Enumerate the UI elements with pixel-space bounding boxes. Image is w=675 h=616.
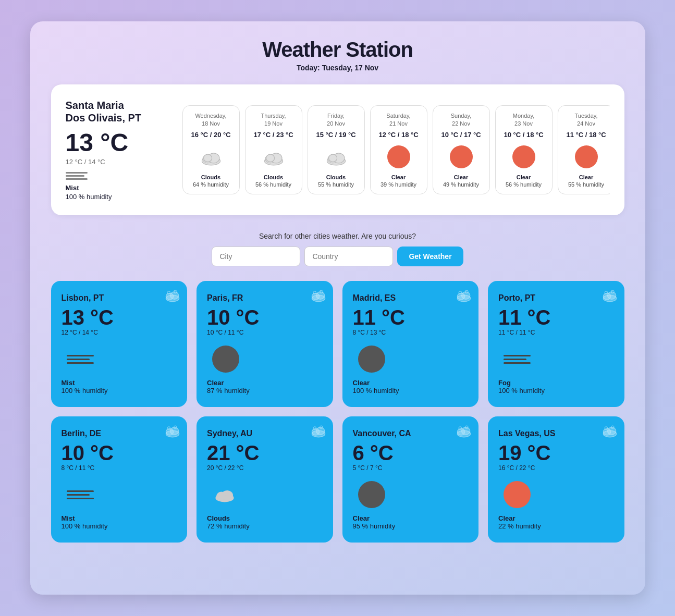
forecast-date: Sunday,22 Nov (438, 112, 484, 128)
cloud-decoration-icon (455, 288, 471, 305)
forecast-icon (251, 144, 297, 170)
city-minmax: 12 °C / 14 °C (62, 329, 177, 336)
city-minmax: 8 °C / 11 °C (62, 464, 177, 472)
mist-icon (66, 172, 170, 180)
forecast-card: Tuesday,24 Nov 11 °C / 18 °C Clear 55 % … (558, 105, 610, 195)
forecast-date: Thursday,19 Nov (251, 112, 297, 128)
main-weather-card: Santa MariaDos Olivais, PT 13 °C 12 °C /… (51, 84, 624, 215)
city-weather-icon (353, 343, 469, 375)
app-title: Weather Station (51, 38, 624, 61)
city-humidity: 100 % humidity (498, 387, 614, 395)
forecast-card: Saturday,21 Nov 12 °C / 18 °C Clear 39 %… (370, 105, 427, 195)
city-minmax: 11 °C / 11 °C (498, 329, 614, 336)
forecast-card: Monday,23 Nov 10 °C / 18 °C Clear 56 % h… (495, 105, 553, 195)
city-temp: 11 °C (353, 307, 469, 328)
mist-icon (67, 490, 94, 499)
city-humidity: 100 % humidity (62, 387, 177, 395)
forecast-desc: Clouds (251, 174, 297, 180)
city-humidity: 22 % humidity (498, 522, 614, 530)
forecast-desc: Clouds (188, 174, 234, 180)
city-card: Lisbon, PT 13 °C 12 °C / 14 °C Mist 100 … (51, 281, 188, 407)
cities-grid: Lisbon, PT 13 °C 12 °C / 14 °C Mist 100 … (51, 281, 624, 543)
forecast-temp: 12 °C / 18 °C (376, 131, 422, 139)
forecast-desc: Clear (563, 174, 609, 180)
mist-icon (67, 355, 94, 364)
city-desc: Clear (353, 514, 469, 522)
city-humidity: 100 % humidity (353, 387, 469, 395)
forecast-desc: Clear (376, 174, 422, 180)
city-temp: 21 °C (207, 442, 323, 463)
city-minmax: 5 °C / 7 °C (353, 464, 469, 472)
city-humidity: 87 % humidity (207, 387, 323, 395)
city-minmax: 20 °C / 22 °C (207, 464, 323, 472)
forecast-card: Wednesday,18 Nov 16 °C / 20 °C Clouds 64… (182, 105, 240, 195)
forecast-icon (563, 144, 609, 170)
city-temp: 10 °C (207, 307, 323, 328)
city-humidity: 100 % humidity (62, 522, 177, 530)
city-card: Paris, FR 10 °C 10 °C / 11 °C Clear 87 %… (197, 281, 333, 407)
mist-icon (504, 355, 531, 364)
cloud-decoration-icon (600, 424, 617, 440)
forecast-date: Monday,23 Nov (501, 112, 547, 128)
city-temp: 11 °C (498, 307, 614, 328)
forecast-date: Friday,20 Nov (313, 112, 359, 128)
city-weather-icon (498, 343, 614, 375)
current-city: Santa MariaDos Olivais, PT (66, 99, 170, 124)
get-weather-button[interactable]: Get Weather (397, 247, 463, 266)
city-name: Berlin, DE (62, 429, 177, 438)
city-name: Porto, PT (498, 293, 614, 303)
city-input[interactable] (212, 247, 300, 266)
city-minmax: 16 °C / 22 °C (498, 464, 614, 472)
country-input[interactable] (304, 247, 393, 266)
forecast-desc: Clear (438, 174, 484, 180)
city-temp: 6 °C (353, 442, 469, 463)
forecast-desc: Clouds (313, 174, 359, 180)
city-temp: 19 °C (498, 442, 614, 463)
current-weather: Santa MariaDos Olivais, PT 13 °C 12 °C /… (66, 99, 170, 201)
city-desc: Clear (207, 379, 323, 387)
city-card: Vancouver, CA 6 °C 5 °C / 7 °C Clear 95 … (342, 416, 479, 543)
city-desc: Mist (62, 514, 177, 522)
city-desc: Mist (62, 379, 177, 387)
forecast-humidity: 55 % humidity (563, 181, 609, 188)
city-weather-icon (207, 479, 323, 510)
forecast-card: Sunday,22 Nov 10 °C / 17 °C Clear 49 % h… (433, 105, 490, 195)
city-minmax: 8 °C / 13 °C (353, 329, 469, 336)
city-desc: Clear (353, 379, 469, 387)
city-name: Las Vegas, US (498, 429, 614, 438)
search-row: Get Weather (51, 247, 624, 266)
forecast-icon (438, 144, 484, 170)
forecast-humidity: 49 % humidity (438, 181, 484, 188)
app-container: Weather Station Today: Tuesday, 17 Nov S… (30, 21, 645, 595)
current-desc: Mist (66, 184, 170, 192)
city-desc: Clouds (207, 514, 323, 522)
city-temp: 13 °C (62, 307, 177, 328)
city-humidity: 95 % humidity (353, 522, 469, 530)
app-subtitle: Today: Tuesday, 17 Nov (51, 64, 624, 72)
forecast-date: Wednesday,18 Nov (188, 112, 234, 128)
city-humidity: 72 % humidity (207, 522, 323, 530)
city-card: Madrid, ES 11 °C 8 °C / 13 °C Clear 100 … (342, 281, 479, 407)
city-desc: Fog (498, 379, 614, 387)
forecast-icon (313, 144, 359, 170)
forecast-scroll: Wednesday,18 Nov 16 °C / 20 °C Clouds 64… (182, 105, 610, 195)
cloud-decoration-icon (600, 288, 617, 305)
svg-point-11 (328, 155, 337, 162)
forecast-icon (376, 144, 422, 170)
cloud-decoration-icon (163, 424, 180, 440)
cloud-decoration-icon (163, 288, 180, 305)
svg-point-45 (217, 491, 226, 499)
city-weather-icon (498, 479, 614, 510)
forecast-humidity: 56 % humidity (251, 181, 297, 188)
city-desc: Clear (498, 514, 614, 522)
forecast-desc: Clear (501, 174, 547, 180)
forecast-humidity: 55 % humidity (313, 181, 359, 188)
search-label: Search for other cities weather. Are you… (51, 232, 624, 240)
forecast-temp: 15 °C / 19 °C (313, 131, 359, 139)
forecast-humidity: 39 % humidity (376, 181, 422, 188)
svg-point-7 (266, 155, 274, 162)
forecast-card: Thursday,19 Nov 17 °C / 23 °C Clouds 56 … (245, 105, 302, 195)
city-weather-icon (62, 343, 177, 375)
city-card: Las Vegas, US 19 °C 16 °C / 22 °C Clear … (488, 416, 624, 543)
forecast-icon (188, 144, 234, 170)
